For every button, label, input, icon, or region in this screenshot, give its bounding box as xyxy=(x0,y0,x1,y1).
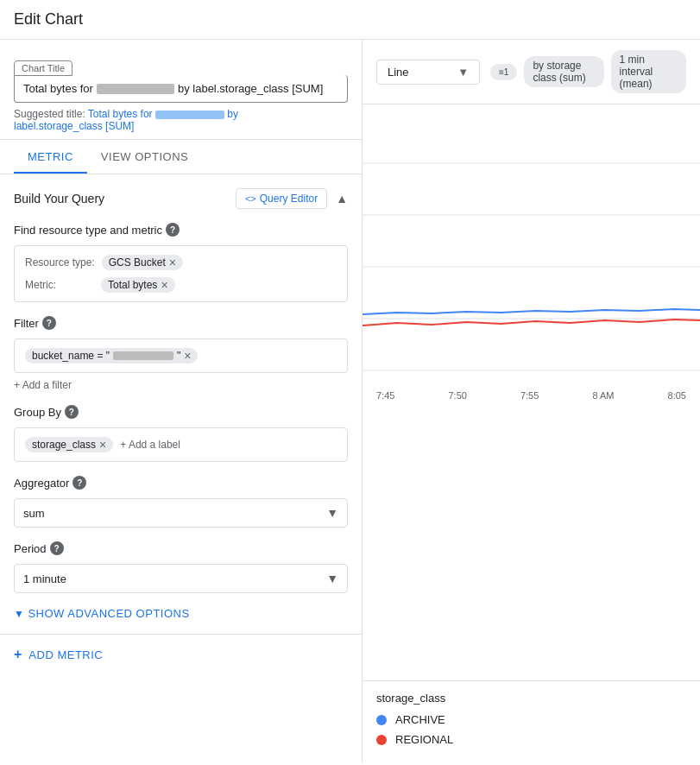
legend-label-regional: REGIONAL xyxy=(395,733,453,746)
legend-dot-regional xyxy=(376,735,387,745)
chart-type-dropdown-icon: ▼ xyxy=(457,66,469,79)
aggregator-dropdown-icon: ▼ xyxy=(326,506,338,520)
add-label-link[interactable]: + Add a label xyxy=(120,439,180,451)
legend-item-archive[interactable]: ARCHIVE xyxy=(376,713,686,726)
chart-legend: storage_class ARCHIVE REGIONAL xyxy=(363,680,700,763)
x-label-3: 8 AM xyxy=(592,390,614,401)
suggested-title-link2[interactable]: label.storage_class [SUM] xyxy=(14,120,134,132)
advanced-options-link[interactable]: ▼ SHOW ADVANCED OPTIONS xyxy=(14,607,348,620)
metric-row: Metric: Total bytes × xyxy=(25,277,337,293)
tabs: METRIC VIEW OPTIONS xyxy=(0,140,362,174)
filter-remove[interactable]: × xyxy=(184,350,191,362)
chart-title-label: Chart Title xyxy=(14,60,73,76)
metric-chip[interactable]: Total bytes × xyxy=(101,277,175,293)
query-editor-button[interactable]: <> Query Editor xyxy=(236,188,327,209)
resource-metric-label: Find resource type and metric ? xyxy=(14,223,348,237)
section-header: Build Your Query <> Query Editor ▲ xyxy=(14,188,348,209)
filter-box: bucket_name = " " × xyxy=(14,338,348,373)
x-label-0: 7:45 xyxy=(376,390,394,401)
collapse-icon[interactable]: ▲ xyxy=(336,192,348,205)
chart-title-suffix: by label.storage_class [SUM] xyxy=(178,82,323,95)
x-label-1: 7:50 xyxy=(448,390,466,401)
aggregator-section: Aggregator ? sum ▼ xyxy=(14,476,348,528)
aggregator-help-icon[interactable]: ? xyxy=(73,476,86,490)
group-by-box: storage_class × + Add a label xyxy=(14,427,348,462)
group-by-help-icon[interactable]: ? xyxy=(65,405,79,419)
tab-view-options[interactable]: VIEW OPTIONS xyxy=(87,140,202,174)
suggested-title: Suggested title: Total bytes for by labe… xyxy=(14,108,348,132)
legend-label-archive: ARCHIVE xyxy=(395,713,445,726)
group-by-remove[interactable]: × xyxy=(99,439,106,451)
resource-type-chip[interactable]: GCS Bucket × xyxy=(102,255,183,270)
filter-value-redacted xyxy=(113,351,173,360)
legend-dot-archive xyxy=(376,715,387,725)
add-metric-footer[interactable]: + ADD METRIC xyxy=(0,634,362,674)
chart-title-input[interactable]: Total bytes for by label.storage_class [… xyxy=(14,75,348,103)
tab-metric[interactable]: METRIC xyxy=(14,140,87,174)
group-by-section: Group By ? storage_class × + Add a label xyxy=(14,405,348,462)
chart-title-redacted xyxy=(97,84,174,94)
x-label-4: 8:05 xyxy=(668,390,686,401)
period-label: Period ? xyxy=(14,541,348,555)
resource-metric-box: Resource type: GCS Bucket × Metric: Tota… xyxy=(14,245,348,302)
filter-chips-row: ≡1 by storage class (sum) 1 min interval… xyxy=(490,50,686,93)
x-label-2: 7:55 xyxy=(520,390,539,401)
filter-label: Filter ? xyxy=(14,316,348,330)
chevron-down-icon: ▼ xyxy=(14,608,24,620)
resource-help-icon[interactable]: ? xyxy=(166,223,180,237)
filter-tag-2[interactable]: by storage class (sum) xyxy=(524,56,603,87)
add-metric-label: ADD METRIC xyxy=(28,648,103,661)
filter-text-suffix: " xyxy=(177,350,180,362)
build-query-section: Build Your Query <> Query Editor ▲ Find … xyxy=(0,174,362,634)
left-panel: Chart Title Total bytes for by label.sto… xyxy=(0,40,363,763)
chart-svg xyxy=(363,111,700,388)
chart-controls: Line ▼ ≡1 by storage class (sum) 1 min i… xyxy=(363,40,700,104)
metric-remove[interactable]: × xyxy=(161,279,167,291)
filter-icon: ≡1 xyxy=(499,67,508,77)
filter-tag-3[interactable]: 1 min interval (mean) xyxy=(611,50,686,93)
period-section: Period ? 1 minute ▼ xyxy=(14,541,348,593)
legend-item-regional[interactable]: REGIONAL xyxy=(376,733,686,746)
resource-type-label: Resource type: xyxy=(25,256,95,269)
group-by-label: Group By ? xyxy=(14,405,348,419)
aggregator-label: Aggregator ? xyxy=(14,476,348,490)
resource-type-row: Resource type: GCS Bucket × xyxy=(25,255,337,270)
group-by-chip[interactable]: storage_class × xyxy=(25,437,113,452)
aggregator-select[interactable]: sum ▼ xyxy=(14,498,348,528)
filter-help-icon[interactable]: ? xyxy=(42,316,56,330)
metric-label: Metric: xyxy=(25,279,94,291)
filter-section: Filter ? bucket_name = " " × + Add a fil… xyxy=(14,316,348,391)
x-axis-labels: 7:45 7:50 7:55 8 AM 8:05 xyxy=(363,390,700,401)
add-icon: + xyxy=(14,647,22,662)
chart-title-section: Chart Title Total bytes for by label.sto… xyxy=(0,40,362,140)
filter-tag-1[interactable]: ≡1 xyxy=(490,64,517,80)
period-select[interactable]: 1 minute ▼ xyxy=(14,564,348,593)
legend-title: storage_class xyxy=(376,692,686,705)
page-title: Edit Chart xyxy=(0,0,700,40)
period-dropdown-icon: ▼ xyxy=(326,572,338,585)
resource-type-remove[interactable]: × xyxy=(169,256,176,269)
chart-area: 7:45 7:50 7:55 8 AM 8:05 xyxy=(363,104,700,680)
right-panel: Line ▼ ≡1 by storage class (sum) 1 min i… xyxy=(363,40,700,763)
period-help-icon[interactable]: ? xyxy=(50,541,64,555)
filter-chip[interactable]: bucket_name = " " × xyxy=(25,348,198,364)
code-icon: <> xyxy=(245,193,256,204)
chart-title-prefix: Total bytes for xyxy=(23,82,93,95)
suggested-title-link[interactable]: Total bytes for by xyxy=(88,108,238,120)
chart-type-select[interactable]: Line ▼ xyxy=(376,60,480,85)
filter-text-prefix: bucket_name = " xyxy=(32,350,110,362)
add-filter-link[interactable]: + Add a filter xyxy=(14,379,72,391)
build-query-title: Build Your Query xyxy=(14,192,104,205)
